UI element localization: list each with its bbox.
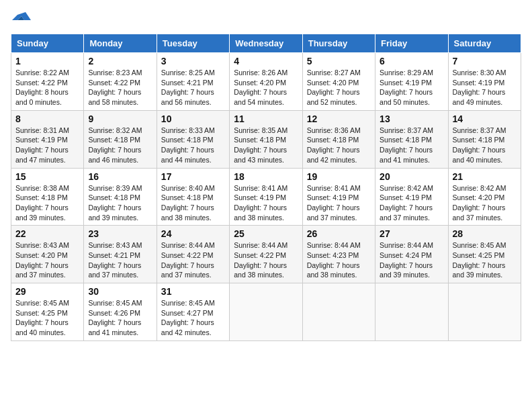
- day-info: Sunrise: 8:23 AM Sunset: 4:22 PM Dayligh…: [88, 68, 152, 107]
- day-info: Sunrise: 8:45 AM Sunset: 4:25 PM Dayligh…: [453, 240, 517, 280]
- day-info: Sunrise: 8:45 AM Sunset: 4:27 PM Dayligh…: [161, 298, 225, 338]
- day-number: 11: [234, 113, 298, 124]
- day-info: Sunrise: 8:37 AM Sunset: 4:18 PM Dayligh…: [453, 126, 517, 165]
- day-info: Sunrise: 8:44 AM Sunset: 4:22 PM Dayligh…: [234, 240, 298, 280]
- day-info: Sunrise: 8:25 AM Sunset: 4:21 PM Dayligh…: [161, 68, 225, 107]
- calendar-cell: 7 Sunrise: 8:30 AM Sunset: 4:19 PM Dayli…: [448, 53, 521, 111]
- page-header: [11, 11, 521, 27]
- day-info: Sunrise: 8:30 AM Sunset: 4:19 PM Dayligh…: [453, 68, 517, 107]
- day-info: Sunrise: 8:37 AM Sunset: 4:18 PM Dayligh…: [380, 126, 443, 165]
- day-info: Sunrise: 8:44 AM Sunset: 4:22 PM Dayligh…: [161, 240, 225, 280]
- calendar-cell: 30 Sunrise: 8:45 AM Sunset: 4:26 PM Dayl…: [84, 283, 157, 341]
- weekday-tuesday: Tuesday: [157, 34, 229, 53]
- day-info: Sunrise: 8:22 AM Sunset: 4:22 PM Dayligh…: [15, 68, 79, 107]
- calendar-week-1: 1 Sunrise: 8:22 AM Sunset: 4:22 PM Dayli…: [11, 53, 521, 111]
- calendar-cell: 27 Sunrise: 8:44 AM Sunset: 4:24 PM Dayl…: [375, 226, 448, 283]
- calendar-cell: 31 Sunrise: 8:45 AM Sunset: 4:27 PM Dayl…: [157, 283, 229, 341]
- weekday-header-row: SundayMondayTuesdayWednesdayThursdayFrid…: [11, 34, 521, 53]
- calendar-cell: 12 Sunrise: 8:36 AM Sunset: 4:18 PM Dayl…: [302, 110, 375, 168]
- day-number: 1: [15, 56, 79, 66]
- day-number: 10: [161, 113, 225, 124]
- day-info: Sunrise: 8:42 AM Sunset: 4:20 PM Dayligh…: [453, 183, 517, 223]
- calendar-cell: 5 Sunrise: 8:27 AM Sunset: 4:20 PM Dayli…: [302, 53, 375, 111]
- calendar-cell: 1 Sunrise: 8:22 AM Sunset: 4:22 PM Dayli…: [11, 53, 84, 111]
- calendar-cell: 26 Sunrise: 8:44 AM Sunset: 4:23 PM Dayl…: [302, 226, 375, 283]
- day-number: 6: [380, 56, 443, 66]
- day-info: Sunrise: 8:29 AM Sunset: 4:19 PM Dayligh…: [380, 68, 443, 107]
- day-number: 28: [453, 228, 517, 239]
- day-info: Sunrise: 8:43 AM Sunset: 4:20 PM Dayligh…: [15, 240, 79, 280]
- weekday-monday: Monday: [84, 34, 157, 53]
- day-number: 9: [88, 113, 152, 124]
- day-number: 18: [234, 171, 298, 182]
- day-number: 14: [453, 113, 517, 124]
- calendar-table: SundayMondayTuesdayWednesdayThursdayFrid…: [11, 34, 521, 341]
- day-info: Sunrise: 8:42 AM Sunset: 4:19 PM Dayligh…: [380, 183, 443, 223]
- calendar-cell: 13 Sunrise: 8:37 AM Sunset: 4:18 PM Dayl…: [375, 110, 448, 168]
- day-info: Sunrise: 8:27 AM Sunset: 4:20 PM Dayligh…: [307, 68, 371, 107]
- day-info: Sunrise: 8:31 AM Sunset: 4:19 PM Dayligh…: [15, 126, 79, 165]
- day-info: Sunrise: 8:43 AM Sunset: 4:21 PM Dayligh…: [88, 240, 152, 280]
- day-number: 19: [307, 171, 371, 182]
- calendar-cell: 20 Sunrise: 8:42 AM Sunset: 4:19 PM Dayl…: [375, 168, 448, 226]
- day-number: 16: [88, 171, 152, 182]
- calendar-cell: 14 Sunrise: 8:37 AM Sunset: 4:18 PM Dayl…: [448, 110, 521, 168]
- day-number: 26: [307, 228, 371, 239]
- calendar-week-4: 22 Sunrise: 8:43 AM Sunset: 4:20 PM Dayl…: [11, 226, 521, 283]
- day-number: 8: [15, 113, 79, 124]
- day-number: 29: [15, 286, 79, 297]
- calendar-cell: 15 Sunrise: 8:38 AM Sunset: 4:18 PM Dayl…: [11, 168, 84, 226]
- calendar-cell: 18 Sunrise: 8:41 AM Sunset: 4:19 PM Dayl…: [230, 168, 302, 226]
- weekday-saturday: Saturday: [448, 34, 521, 53]
- day-number: 23: [88, 228, 152, 239]
- weekday-thursday: Thursday: [302, 34, 375, 53]
- day-number: 24: [161, 228, 225, 239]
- calendar-cell: 29 Sunrise: 8:45 AM Sunset: 4:25 PM Dayl…: [11, 283, 84, 341]
- day-info: Sunrise: 8:35 AM Sunset: 4:18 PM Dayligh…: [234, 126, 298, 165]
- day-number: 2: [88, 56, 152, 66]
- day-info: Sunrise: 8:38 AM Sunset: 4:18 PM Dayligh…: [15, 183, 79, 223]
- calendar-cell: 23 Sunrise: 8:43 AM Sunset: 4:21 PM Dayl…: [84, 226, 157, 283]
- day-info: Sunrise: 8:44 AM Sunset: 4:24 PM Dayligh…: [380, 240, 443, 280]
- calendar-cell: 16 Sunrise: 8:39 AM Sunset: 4:18 PM Dayl…: [84, 168, 157, 226]
- calendar-cell: 2 Sunrise: 8:23 AM Sunset: 4:22 PM Dayli…: [84, 53, 157, 111]
- day-number: 15: [15, 171, 79, 182]
- weekday-sunday: Sunday: [11, 34, 84, 53]
- calendar-cell: 22 Sunrise: 8:43 AM Sunset: 4:20 PM Dayl…: [11, 226, 84, 283]
- day-info: Sunrise: 8:41 AM Sunset: 4:19 PM Dayligh…: [234, 183, 298, 223]
- calendar-cell: 9 Sunrise: 8:32 AM Sunset: 4:18 PM Dayli…: [84, 110, 157, 168]
- calendar-cell: 19 Sunrise: 8:41 AM Sunset: 4:19 PM Dayl…: [302, 168, 375, 226]
- day-info: Sunrise: 8:45 AM Sunset: 4:25 PM Dayligh…: [15, 298, 79, 338]
- weekday-friday: Friday: [375, 34, 448, 53]
- weekday-wednesday: Wednesday: [230, 34, 302, 53]
- calendar-cell: 21 Sunrise: 8:42 AM Sunset: 4:20 PM Dayl…: [448, 168, 521, 226]
- day-number: 31: [161, 286, 225, 297]
- calendar-cell: [230, 283, 302, 341]
- calendar-cell: 28 Sunrise: 8:45 AM Sunset: 4:25 PM Dayl…: [448, 226, 521, 283]
- day-number: 22: [15, 228, 79, 239]
- calendar-cell: 24 Sunrise: 8:44 AM Sunset: 4:22 PM Dayl…: [157, 226, 229, 283]
- calendar-cell: 11 Sunrise: 8:35 AM Sunset: 4:18 PM Dayl…: [230, 110, 302, 168]
- day-info: Sunrise: 8:36 AM Sunset: 4:18 PM Dayligh…: [307, 126, 371, 165]
- day-info: Sunrise: 8:41 AM Sunset: 4:19 PM Dayligh…: [307, 183, 371, 223]
- logo: [11, 11, 34, 27]
- calendar-cell: 25 Sunrise: 8:44 AM Sunset: 4:22 PM Dayl…: [230, 226, 302, 283]
- day-info: Sunrise: 8:39 AM Sunset: 4:18 PM Dayligh…: [88, 183, 152, 223]
- calendar-cell: [375, 283, 448, 341]
- day-number: 7: [453, 56, 517, 66]
- calendar-cell: 8 Sunrise: 8:31 AM Sunset: 4:19 PM Dayli…: [11, 110, 84, 168]
- calendar-cell: 6 Sunrise: 8:29 AM Sunset: 4:19 PM Dayli…: [375, 53, 448, 111]
- day-info: Sunrise: 8:26 AM Sunset: 4:20 PM Dayligh…: [234, 68, 298, 107]
- calendar-week-2: 8 Sunrise: 8:31 AM Sunset: 4:19 PM Dayli…: [11, 110, 521, 168]
- day-number: 13: [380, 113, 443, 124]
- day-info: Sunrise: 8:40 AM Sunset: 4:18 PM Dayligh…: [161, 183, 225, 223]
- calendar-cell: 4 Sunrise: 8:26 AM Sunset: 4:20 PM Dayli…: [230, 53, 302, 111]
- calendar-cell: 17 Sunrise: 8:40 AM Sunset: 4:18 PM Dayl…: [157, 168, 229, 226]
- day-number: 4: [234, 56, 298, 66]
- day-number: 21: [453, 171, 517, 182]
- calendar-cell: 3 Sunrise: 8:25 AM Sunset: 4:21 PM Dayli…: [157, 53, 229, 111]
- day-number: 5: [307, 56, 371, 66]
- day-number: 27: [380, 228, 443, 239]
- day-info: Sunrise: 8:44 AM Sunset: 4:23 PM Dayligh…: [307, 240, 371, 280]
- day-number: 30: [88, 286, 152, 297]
